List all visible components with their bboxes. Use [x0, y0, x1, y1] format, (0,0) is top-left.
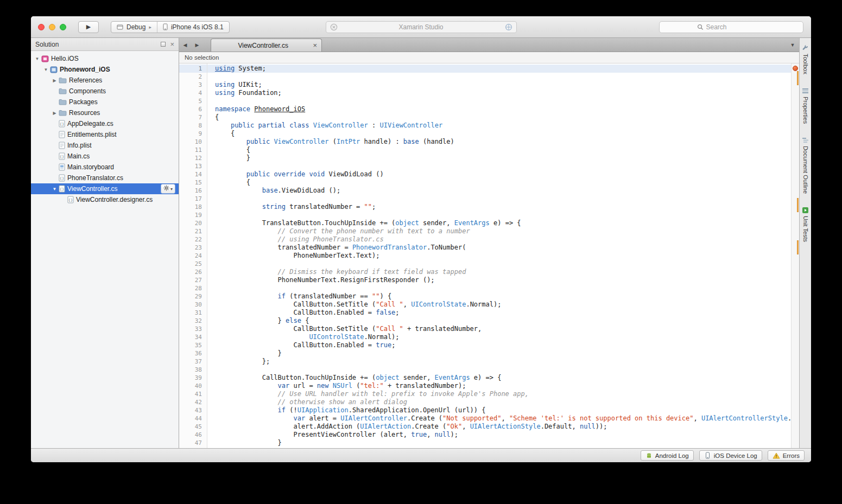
- quick-task-strip[interactable]: [791, 63, 799, 448]
- tree-item-appdelegate-cs[interactable]: {}AppDelegate.cs: [31, 118, 179, 129]
- code-line-21[interactable]: // Convert the phone number with text to…: [207, 227, 791, 235]
- code-line-28[interactable]: [207, 284, 791, 292]
- code-line-27[interactable]: PhoneNumberText.ResignFirstResponder ();: [207, 276, 791, 284]
- line-number[interactable]: 7: [179, 113, 207, 122]
- line-number[interactable]: 40: [179, 382, 207, 390]
- code-line-46[interactable]: PresentViewController (alert, true, null…: [207, 431, 791, 439]
- line-number[interactable]: 29: [179, 292, 207, 301]
- android-log-button[interactable]: Android Log: [641, 450, 694, 461]
- item-options-button[interactable]: ▾: [161, 184, 175, 194]
- line-number[interactable]: 16: [179, 187, 207, 195]
- code-line-23[interactable]: translatedNumber = PhonewordTranslator.T…: [207, 244, 791, 252]
- disclosure-triangle-icon[interactable]: ▼: [42, 67, 49, 72]
- progress-target-icon[interactable]: [505, 23, 512, 31]
- line-number[interactable]: 39: [179, 374, 207, 382]
- disclosure-triangle-icon[interactable]: ▼: [51, 187, 58, 192]
- line-number[interactable]: 17: [179, 195, 207, 203]
- tree-item-hello-ios[interactable]: ▼Hello.iOS: [31, 53, 179, 64]
- line-number[interactable]: 11: [179, 146, 207, 154]
- line-number[interactable]: 18: [179, 203, 207, 211]
- line-number[interactable]: 9: [179, 130, 207, 138]
- dock-pad-icon[interactable]: [161, 42, 166, 47]
- disclosure-triangle-icon[interactable]: ▶: [51, 111, 58, 116]
- line-number[interactable]: 20: [179, 219, 207, 227]
- code-line-32[interactable]: } else {: [207, 317, 791, 325]
- code-line-43[interactable]: if (!UIApplication.SharedApplication.Ope…: [207, 406, 791, 414]
- configuration-dropdown[interactable]: Debug ▸: [111, 22, 157, 33]
- code-line-39[interactable]: CallButton.TouchUpInside += (object send…: [207, 374, 791, 382]
- device-dropdown[interactable]: iPhone 4s iOS 8.1: [157, 22, 229, 33]
- tab-viewcontroller[interactable]: ViewController.cs ×: [211, 39, 322, 52]
- code-line-16[interactable]: base.ViewDidLoad ();: [207, 187, 791, 195]
- task-marker[interactable]: [797, 71, 799, 85]
- dock-tab-unit-tests[interactable]: Unit Tests: [802, 207, 809, 242]
- tree-item-phonetranslator-cs[interactable]: {}PhoneTranslator.cs: [31, 173, 179, 183]
- line-number[interactable]: 41: [179, 390, 207, 398]
- line-number[interactable]: 35: [179, 341, 207, 349]
- dock-tab-properties[interactable]: Properties: [802, 87, 809, 124]
- navigate-back-button[interactable]: ◀: [179, 42, 191, 48]
- line-number[interactable]: 25: [179, 260, 207, 268]
- search-input[interactable]: [706, 23, 766, 31]
- code-line-45[interactable]: alert.AddAction (UIAlertAction.Create ("…: [207, 423, 791, 431]
- code-line-31[interactable]: CallButton.Enabled = false;: [207, 309, 791, 317]
- tree-item-viewcontroller-designer-cs[interactable]: {}ViewController.designer.cs: [31, 194, 179, 205]
- code-line-38[interactable]: [207, 366, 791, 374]
- tree-item-entitlements-plist[interactable]: Entitlements.plist: [31, 129, 179, 140]
- code-line-18[interactable]: string translatedNumber = "";: [207, 203, 791, 211]
- line-number[interactable]: 21: [179, 227, 207, 235]
- line-number[interactable]: 44: [179, 414, 207, 423]
- line-number[interactable]: 47: [179, 439, 207, 447]
- code-line-8[interactable]: public partial class ViewController : UI…: [207, 122, 791, 130]
- line-number[interactable]: 3: [179, 81, 207, 89]
- line-number[interactable]: 6: [179, 105, 207, 113]
- line-number[interactable]: 42: [179, 398, 207, 406]
- code-line-12[interactable]: }: [207, 154, 791, 162]
- code-line-15[interactable]: {: [207, 178, 791, 187]
- line-number[interactable]: 30: [179, 301, 207, 309]
- line-number[interactable]: 24: [179, 252, 207, 260]
- code-line-37[interactable]: };: [207, 358, 791, 366]
- line-number[interactable]: 45: [179, 423, 207, 431]
- line-number[interactable]: 13: [179, 162, 207, 170]
- breadcrumb[interactable]: No selection: [179, 52, 799, 63]
- minimize-window-button[interactable]: [49, 24, 55, 30]
- errors-button[interactable]: Errors: [768, 450, 805, 461]
- line-number[interactable]: 31: [179, 309, 207, 317]
- code-line-4[interactable]: using Foundation;: [207, 89, 791, 97]
- code-line-25[interactable]: [207, 260, 791, 268]
- code-line-33[interactable]: CallButton.SetTitle ("Call " + translate…: [207, 325, 791, 333]
- close-tab-icon[interactable]: ×: [312, 42, 318, 49]
- line-number[interactable]: 38: [179, 366, 207, 374]
- tree-item-main-cs[interactable]: {}Main.cs: [31, 151, 179, 162]
- code-line-36[interactable]: }: [207, 349, 791, 358]
- tree-item-references[interactable]: ▶References: [31, 75, 179, 86]
- line-number[interactable]: 1: [179, 65, 207, 73]
- tree-item-info-plist[interactable]: Info.plist: [31, 140, 179, 151]
- code-line-14[interactable]: public override void ViewDidLoad (): [207, 170, 791, 178]
- code-line-34[interactable]: UIControlState.Normal);: [207, 333, 791, 341]
- code-line-29[interactable]: if (translatedNumber == "") {: [207, 292, 791, 301]
- code-area[interactable]: using System;using UIKit;using Foundatio…: [207, 63, 791, 448]
- tree-item-main-storyboard[interactable]: Main.storyboard: [31, 162, 179, 173]
- zoom-window-button[interactable]: [60, 24, 66, 30]
- code-line-22[interactable]: // using PhoneTranslator.cs: [207, 235, 791, 244]
- line-number[interactable]: 26: [179, 268, 207, 276]
- line-number[interactable]: 32: [179, 317, 207, 325]
- line-number[interactable]: 27: [179, 276, 207, 284]
- line-number[interactable]: 23: [179, 244, 207, 252]
- dock-tab-toolbox[interactable]: Toolbox: [802, 44, 809, 74]
- close-window-button[interactable]: [38, 24, 45, 30]
- code-line-44[interactable]: var alert = UIAlertController.Create ("N…: [207, 414, 791, 423]
- run-button[interactable]: ▶: [78, 21, 99, 33]
- tree-item-resources[interactable]: ▶Resources: [31, 107, 179, 118]
- task-marker[interactable]: [797, 198, 799, 212]
- code-line-1[interactable]: using System;: [207, 65, 791, 73]
- line-number[interactable]: 15: [179, 178, 207, 187]
- line-number[interactable]: 43: [179, 406, 207, 414]
- code-line-5[interactable]: [207, 97, 791, 105]
- analysis-indicator-icon[interactable]: [793, 66, 798, 71]
- line-number[interactable]: 5: [179, 97, 207, 105]
- line-number[interactable]: 19: [179, 211, 207, 219]
- navigate-forward-button[interactable]: ▶: [191, 42, 203, 48]
